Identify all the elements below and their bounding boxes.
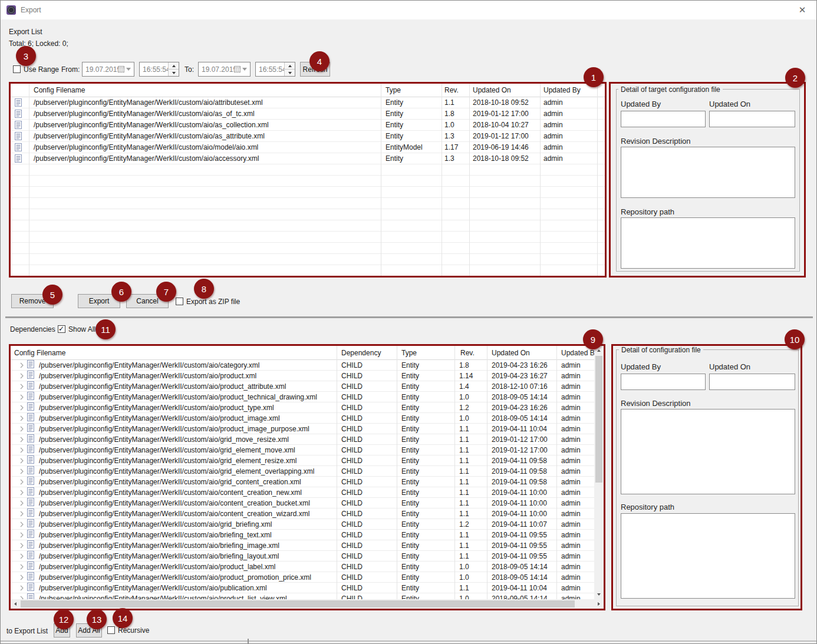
col-updated-by[interactable]: Updated By bbox=[556, 349, 594, 357]
splitter-handle[interactable] bbox=[248, 639, 249, 643]
rev-cell: 1.1 bbox=[454, 467, 487, 475]
expand-chevron-icon[interactable] bbox=[17, 426, 27, 432]
expand-chevron-icon[interactable] bbox=[17, 373, 27, 379]
rev-cell: 1.2 bbox=[454, 404, 487, 412]
table-row[interactable]: /pubserver/pluginconfig/EntityManager/We… bbox=[11, 360, 594, 371]
table-row[interactable]: /pubserver/pluginconfig/EntityManager/We… bbox=[11, 142, 605, 153]
table-row[interactable]: /pubserver/pluginconfig/EntityManager/We… bbox=[11, 540, 594, 551]
table-row[interactable]: /pubserver/pluginconfig/EntityManager/We… bbox=[11, 108, 605, 120]
scroll-right-icon[interactable] bbox=[594, 599, 604, 609]
expand-chevron-icon[interactable] bbox=[17, 543, 27, 549]
table-row[interactable]: /pubserver/pluginconfig/EntityManager/We… bbox=[11, 455, 594, 466]
expand-chevron-icon[interactable] bbox=[17, 511, 27, 517]
updated-by-field[interactable] bbox=[621, 374, 706, 390]
expand-chevron-icon[interactable] bbox=[17, 479, 27, 485]
to-date-input[interactable]: 19.07.2019 bbox=[198, 62, 251, 77]
table-row[interactable]: /pubserver/pluginconfig/EntityManager/We… bbox=[11, 593, 594, 599]
export-zip-checkbox[interactable] bbox=[176, 298, 183, 305]
table-row[interactable]: /pubserver/pluginconfig/EntityManager/We… bbox=[11, 392, 594, 402]
from-date-input[interactable]: 19.07.2019 bbox=[82, 62, 134, 77]
table-row[interactable]: /pubserver/pluginconfig/EntityManager/We… bbox=[11, 371, 594, 381]
col-config-filename[interactable]: Config Filename bbox=[29, 86, 381, 94]
col-rev[interactable]: Rev. bbox=[454, 349, 487, 357]
expand-chevron-icon[interactable] bbox=[17, 458, 27, 464]
table-row[interactable]: /pubserver/pluginconfig/EntityManager/We… bbox=[11, 424, 594, 434]
table-row[interactable]: /pubserver/pluginconfig/EntityManager/We… bbox=[11, 530, 594, 540]
updated-on-cell: 2018-12-10 07:16 bbox=[487, 382, 556, 391]
expand-chevron-icon[interactable] bbox=[17, 437, 27, 442]
expand-chevron-icon[interactable] bbox=[17, 468, 27, 474]
spin-up-icon[interactable] bbox=[285, 62, 295, 69]
show-all-checkbox[interactable] bbox=[58, 325, 65, 333]
revision-description-field[interactable] bbox=[621, 409, 795, 494]
expand-chevron-icon[interactable] bbox=[17, 521, 27, 527]
config-filename-cell: /pubserver/pluginconfig/EntityManager/We… bbox=[39, 393, 317, 401]
table-row[interactable]: /pubserver/pluginconfig/EntityManager/We… bbox=[11, 434, 594, 445]
table-row[interactable]: /pubserver/pluginconfig/EntityManager/We… bbox=[11, 445, 594, 455]
expand-chevron-icon[interactable] bbox=[17, 585, 27, 591]
table-row[interactable]: /pubserver/pluginconfig/EntityManager/We… bbox=[11, 466, 594, 477]
expand-chevron-icon[interactable] bbox=[17, 447, 27, 453]
table-row[interactable]: /pubserver/pluginconfig/EntityManager/We… bbox=[11, 487, 594, 498]
col-dependency[interactable]: Dependency bbox=[337, 349, 397, 357]
type-cell: Entity bbox=[397, 393, 454, 401]
table-row[interactable]: /pubserver/pluginconfig/EntityManager/We… bbox=[11, 562, 594, 572]
to-time-input[interactable]: 16:55:54 bbox=[255, 62, 295, 77]
time-spinner[interactable] bbox=[168, 62, 179, 76]
use-range-checkbox[interactable] bbox=[13, 65, 21, 73]
revision-description-field[interactable] bbox=[621, 147, 795, 198]
table-row[interactable]: /pubserver/pluginconfig/EntityManager/We… bbox=[11, 97, 605, 108]
spin-down-icon[interactable] bbox=[169, 69, 179, 76]
updated-by-field[interactable] bbox=[621, 111, 706, 127]
spin-down-icon[interactable] bbox=[285, 69, 295, 76]
expand-chevron-icon[interactable] bbox=[17, 362, 27, 368]
table-row[interactable]: /pubserver/pluginconfig/EntityManager/We… bbox=[11, 381, 594, 392]
expand-chevron-icon[interactable] bbox=[17, 553, 27, 559]
expand-chevron-icon[interactable] bbox=[17, 564, 27, 570]
table-row[interactable]: /pubserver/pluginconfig/EntityManager/We… bbox=[11, 402, 594, 413]
vertical-scrollbar[interactable] bbox=[594, 346, 604, 599]
table-row[interactable]: /pubserver/pluginconfig/EntityManager/We… bbox=[11, 572, 594, 583]
scroll-left-icon[interactable] bbox=[11, 599, 20, 609]
table-row[interactable]: /pubserver/pluginconfig/EntityManager/We… bbox=[11, 583, 594, 593]
expand-chevron-icon[interactable] bbox=[17, 490, 27, 496]
expand-chevron-icon[interactable] bbox=[17, 500, 27, 506]
horizontal-scrollbar[interactable] bbox=[11, 599, 604, 609]
scrollbar-thumb[interactable] bbox=[595, 356, 602, 483]
close-icon[interactable]: ✕ bbox=[795, 4, 809, 16]
col-rev[interactable]: Rev. bbox=[442, 86, 469, 94]
table-row[interactable]: /pubserver/pluginconfig/EntityManager/We… bbox=[11, 120, 605, 131]
scroll-down-icon[interactable] bbox=[594, 590, 604, 599]
table-row[interactable]: /pubserver/pluginconfig/EntityManager/We… bbox=[11, 477, 594, 487]
expand-chevron-icon[interactable] bbox=[17, 384, 27, 389]
expand-chevron-icon[interactable] bbox=[17, 394, 27, 400]
expand-chevron-icon[interactable] bbox=[17, 532, 27, 538]
table-row[interactable]: /pubserver/pluginconfig/EntityManager/We… bbox=[11, 153, 605, 164]
repository-path-field[interactable] bbox=[621, 217, 795, 269]
updated-on-field[interactable] bbox=[709, 111, 795, 127]
spin-up-icon[interactable] bbox=[169, 62, 179, 69]
table-row[interactable]: /pubserver/pluginconfig/EntityManager/We… bbox=[11, 498, 594, 508]
scrollbar-thumb[interactable] bbox=[21, 600, 575, 607]
from-time-input[interactable]: 16:55:54 bbox=[139, 62, 179, 77]
table-row[interactable]: /pubserver/pluginconfig/EntityManager/We… bbox=[11, 519, 594, 530]
expand-chevron-icon[interactable] bbox=[17, 405, 27, 411]
table-row[interactable]: /pubserver/pluginconfig/EntityManager/We… bbox=[11, 508, 594, 519]
config-filename-cell: /pubserver/pluginconfig/EntityManager/We… bbox=[39, 595, 287, 600]
col-updated-on[interactable]: Updated On bbox=[469, 86, 540, 94]
table-row[interactable]: /pubserver/pluginconfig/EntityManager/We… bbox=[11, 413, 594, 424]
repository-path-field[interactable] bbox=[621, 513, 795, 599]
time-spinner[interactable] bbox=[284, 62, 295, 76]
updated-on-field[interactable] bbox=[709, 374, 795, 390]
col-type[interactable]: Type bbox=[381, 86, 442, 94]
col-updated-by[interactable]: Updated By bbox=[540, 86, 597, 94]
recursive-checkbox[interactable] bbox=[107, 626, 115, 634]
table-row[interactable]: /pubserver/pluginconfig/EntityManager/We… bbox=[11, 551, 594, 562]
file-icon bbox=[11, 121, 29, 129]
expand-chevron-icon[interactable] bbox=[17, 574, 27, 580]
col-updated-on[interactable]: Updated On bbox=[487, 349, 556, 357]
table-row[interactable]: /pubserver/pluginconfig/EntityManager/We… bbox=[11, 131, 605, 142]
col-config-filename[interactable]: Config Filename bbox=[11, 349, 337, 357]
col-type[interactable]: Type bbox=[397, 349, 454, 357]
expand-chevron-icon[interactable] bbox=[17, 415, 27, 421]
